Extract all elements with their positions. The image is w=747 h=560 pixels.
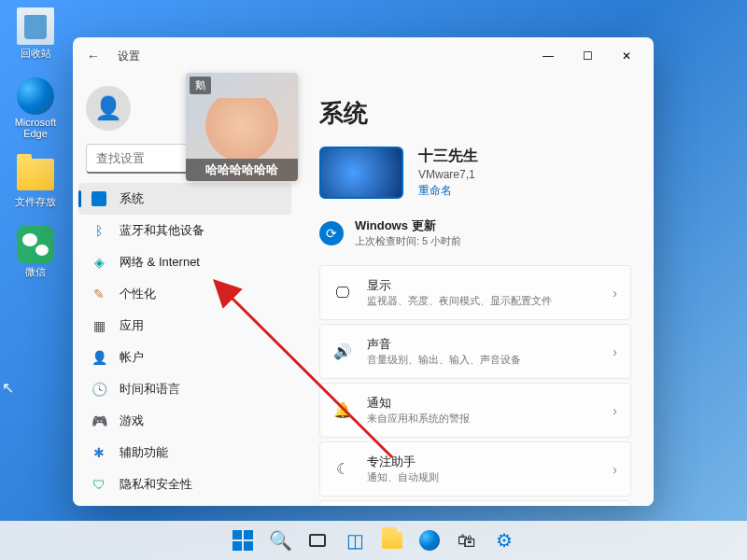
person-icon: 👤 [92,350,106,365]
taskbar-store[interactable]: 🛍 [450,524,484,557]
wu-title: Windows 更新 [355,217,461,234]
maximize-button[interactable]: ☐ [568,42,607,70]
wu-sub: 上次检查时间: 5 小时前 [355,234,461,248]
nav-bluetooth[interactable]: ᛒ蓝牙和其他设备 [73,215,297,246]
edge-icon [419,530,440,551]
edge-icon [17,77,54,115]
device-block: 十三先生 VMware7,1 重命名 [319,147,631,199]
nav-personalize[interactable]: ✎个性化 [73,278,297,310]
clock-icon: 🕓 [92,382,106,397]
sound-icon: 🔊 [333,343,352,360]
overlay-caption: 哈哈哈哈哈哈 [186,159,298,181]
edge-shortcut[interactable]: Microsoft Edge [7,77,63,139]
gaming-icon: 🎮 [92,413,106,428]
nav-update[interactable]: ⟳Windows 更新 [73,500,297,506]
folder-shortcut[interactable]: 文件存放 [7,156,63,209]
chevron-right-icon: › [613,462,617,477]
settings-list: 🖵 显示监视器、亮度、夜间模式、显示配置文件 › 🔊 声音音量级别、输出、输入、… [319,265,631,506]
windows-update-row[interactable]: ⟳ Windows 更新 上次检查时间: 5 小时前 [319,217,631,248]
setting-display[interactable]: 🖵 显示监视器、亮度、夜间模式、显示配置文件 › [319,265,631,320]
close-button[interactable]: ✕ [607,42,646,70]
start-button[interactable] [226,524,260,557]
overlay-meme: 鹅 哈哈哈哈哈哈 [186,73,298,181]
shield-icon: 🛡 [92,477,106,492]
overlay-tag: 鹅 [190,77,211,94]
update-circle-icon: ⟳ [319,221,344,245]
moon-icon: ☾ [333,460,352,478]
rename-link[interactable]: 重命名 [418,183,478,199]
minimize-button[interactable]: — [529,42,568,70]
chevron-right-icon: › [613,344,617,359]
wechat-label: 微信 [25,265,46,279]
device-model: VMware7,1 [418,168,478,181]
bluetooth-icon: ᛒ [92,223,106,238]
cursor-icon: ↖ [2,379,14,397]
main-panel: 系统 十三先生 VMware7,1 重命名 ⟳ Windows 更新 上次检查时… [297,75,654,506]
window-controls: — ☐ ✕ [529,42,646,70]
setting-focus[interactable]: ☾ 专注助手通知、自动规则 › [319,441,631,497]
taskbar-edge[interactable] [413,524,446,557]
apps-icon: ▦ [92,318,106,333]
setting-notifications[interactable]: 🔔 通知来自应用和系统的警报 › [319,383,631,438]
overlay-face [186,98,298,159]
edge-label: Microsoft Edge [7,117,63,139]
taskbar-search[interactable]: 🔍 [263,524,297,557]
nav-apps[interactable]: ▦应用 [73,310,297,342]
monitor-icon: 🖵 [333,285,352,301]
nav-system[interactable]: 系统 [78,183,291,215]
settings-window: ← 设置 — ☐ ✕ 👤 🔍 系统 ᛒ蓝牙和其他设备 ◈网络 & Interne… [73,37,654,506]
setting-power[interactable]: ⏻ 电源睡眠、电池使用情况、节电模式 › [319,500,631,506]
device-thumbnail[interactable] [319,147,403,199]
chevron-right-icon: › [613,403,617,418]
bell-icon: 🔔 [333,401,352,419]
nav-time[interactable]: 🕓时间和语言 [73,373,297,405]
titlebar: ← 设置 — ☐ ✕ [73,37,654,75]
window-title: 设置 [118,49,140,64]
folder-icon [382,532,402,549]
recycle-bin-icon [17,7,54,45]
setting-sound[interactable]: 🔊 声音音量级别、输出、输入、声音设备 › [319,324,631,379]
task-view[interactable] [301,524,334,557]
taskbar-explorer[interactable] [375,524,409,557]
page-title: 系统 [319,97,631,130]
nav-accounts[interactable]: 👤帐户 [73,342,297,373]
desktop-icons: 回收站 Microsoft Edge 文件存放 微信 [7,7,63,279]
nav-network[interactable]: ◈网络 & Internet [73,246,297,278]
nav-gaming[interactable]: 🎮游戏 [73,405,297,437]
back-button[interactable]: ← [80,43,106,69]
recycle-label: 回收站 [21,47,51,61]
brush-icon: ✎ [92,287,106,301]
wechat-icon [17,226,54,263]
accessibility-icon: ✱ [92,445,106,460]
nav: 系统 ᛒ蓝牙和其他设备 ◈网络 & Internet ✎个性化 ▦应用 👤帐户 … [73,183,297,506]
chevron-right-icon: › [613,286,617,301]
device-name: 十三先生 [418,147,478,166]
wifi-icon: ◈ [92,255,106,270]
windows-logo-icon [233,530,253,551]
nav-privacy[interactable]: 🛡隐私和安全性 [73,469,297,500]
taskbar: 🔍 ◫ 🛍 ⚙ [0,521,747,560]
avatar-icon: 👤 [86,86,131,131]
folder-label: 文件存放 [15,195,56,209]
nav-accessibility[interactable]: ✱辅助功能 [73,437,297,469]
recycle-bin[interactable]: 回收站 [7,7,63,61]
taskbar-settings[interactable]: ⚙ [487,524,521,557]
wechat-shortcut[interactable]: 微信 [7,226,63,279]
widgets[interactable]: ◫ [338,524,372,557]
display-icon [92,191,106,206]
folder-icon [17,159,54,190]
